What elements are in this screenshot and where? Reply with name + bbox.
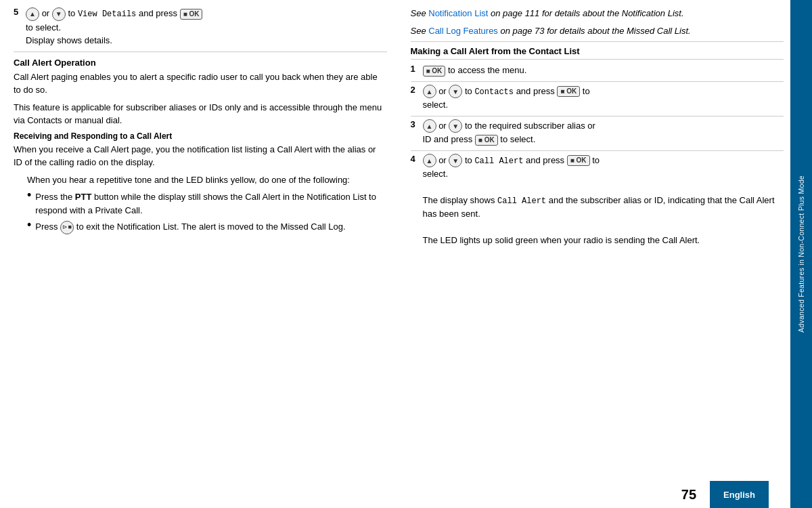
- left-column: 5 ▲ or ▼ to View Details and press ■ OK …: [14, 7, 394, 474]
- call-alert-sub-heading: When you hear a repetitive tone and the …: [27, 173, 387, 187]
- down-arrow-icon[interactable]: ▼: [52, 7, 66, 21]
- exit-button-icon[interactable]: ⊳■: [60, 221, 74, 234]
- see-text-1: See: [411, 8, 429, 18]
- receiving-heading: Receiving and Responding to a Call Alert: [14, 131, 387, 141]
- step-5-number: 5: [14, 7, 20, 17]
- step-5-row: 5 ▲ or ▼ to View Details and press ■ OK …: [14, 7, 387, 52]
- making-call-alert-heading: Making a Call Alert from the Contact Lis…: [411, 46, 784, 60]
- bullet-dot-2: •: [27, 219, 31, 231]
- step-5-or1: or: [42, 8, 52, 18]
- up-arrow-step4[interactable]: ▲: [423, 154, 436, 167]
- step3-id: ID and press: [423, 134, 475, 144]
- up-arrow-icon[interactable]: ▲: [26, 7, 39, 21]
- step-5-menu-item: View Details: [78, 9, 136, 19]
- sidebar-label: Advanced Features in Non-Connect Plus Mo…: [797, 175, 805, 333]
- step-5-display: Display shows details.: [26, 35, 112, 45]
- see-text-2: on page 111: [491, 8, 542, 18]
- step4-to: to: [465, 155, 474, 165]
- step2-select: select.: [423, 100, 449, 110]
- right-step-2-row: 2 ▲ or ▼ to Contacts and press ■ OK to s…: [411, 85, 784, 117]
- call-log-link[interactable]: Call Log Features: [428, 26, 498, 36]
- bullet-item-1: • Press the PTT button while the display…: [27, 190, 387, 217]
- bullet-text-1: Press the PTT button while the display s…: [35, 190, 386, 217]
- ptt-bold: PTT: [75, 192, 92, 202]
- step4-to-select: to: [592, 155, 600, 165]
- right-step-4-num: 4: [411, 154, 418, 164]
- step4-display-shows: The display shows: [423, 195, 498, 205]
- english-badge: English: [710, 481, 769, 508]
- call-alert-para3: When you receive a Call Alert page, you …: [14, 143, 387, 169]
- ok-btn-step2[interactable]: ■ OK: [557, 86, 580, 97]
- down-arrow-step2[interactable]: ▼: [449, 85, 462, 98]
- right-step-1-row: 1 ■ OK to access the menu.: [411, 64, 784, 82]
- step2-to-select: to: [583, 86, 590, 96]
- ok-btn-step4[interactable]: ■ OK: [567, 155, 590, 166]
- down-arrow-step4[interactable]: ▼: [449, 154, 462, 167]
- bullet-dot-1: •: [27, 189, 31, 201]
- sidebar-right: Advanced Features in Non-Connect Plus Mo…: [790, 0, 812, 508]
- right-step-2-content: ▲ or ▼ to Contacts and press ■ OK to sel…: [423, 85, 784, 112]
- step4-select: select.: [423, 169, 449, 179]
- step2-contacts: Contacts: [474, 87, 514, 97]
- up-arrow-step3[interactable]: ▲: [423, 119, 436, 133]
- footer: 75 English: [0, 481, 769, 508]
- bullet-item-2: • Press ⊳■ to exit the Notification List…: [27, 220, 387, 234]
- step-5-content: ▲ or ▼ to View Details and press ■ OK to…: [26, 7, 387, 47]
- step3-text1: to the required subscriber alias or: [465, 121, 595, 131]
- step-5-select: to select.: [26, 22, 61, 33]
- step3-or: or: [438, 121, 449, 131]
- call-alert-para2: This feature is applicable for subscribe…: [14, 101, 387, 127]
- step4-or: or: [438, 155, 449, 165]
- right-step-1-num: 1: [411, 64, 418, 74]
- step4-led: The LED lights up solid green when your …: [423, 235, 700, 245]
- right-step-4-content: ▲ or ▼ to Call Alert and press ■ OK to s…: [423, 154, 784, 247]
- content-wrapper: 5 ▲ or ▼ to View Details and press ■ OK …: [0, 0, 790, 508]
- notification-list-link[interactable]: Notification List: [428, 8, 488, 18]
- see-call-log: See Call Log Features on page 73 for det…: [411, 24, 784, 38]
- right-step-3-content: ▲ or ▼ to the required subscriber alias …: [423, 119, 784, 146]
- right-step-2-num: 2: [411, 85, 418, 95]
- step2-and-press: and press: [516, 86, 558, 96]
- right-step-4-row: 4 ▲ or ▼ to Call Alert and press ■ OK to…: [411, 154, 784, 251]
- ok-btn-step1[interactable]: ■ OK: [423, 66, 446, 77]
- call-alert-para1: Call Alert paging enables you to alert a…: [14, 70, 387, 97]
- step4-and-press: and press: [526, 155, 567, 165]
- ok-btn-step3[interactable]: ■ OK: [475, 135, 498, 146]
- step-5-and-press: and press: [139, 8, 180, 18]
- right-step-1-content: ■ OK to access the menu.: [423, 64, 784, 77]
- step2-to: to: [465, 86, 474, 96]
- step3-select: to select.: [500, 134, 535, 144]
- see-text-4: See: [411, 26, 429, 36]
- ok-button-step5[interactable]: ■ OK: [180, 9, 203, 20]
- see-notification-list: See Notification List on page 111 for de…: [411, 7, 784, 20]
- step2-or: or: [438, 86, 449, 96]
- step4-call-alert: Call Alert: [474, 156, 523, 166]
- divider-1: [411, 41, 784, 42]
- step4-call-alert-mono: Call Alert: [497, 196, 546, 206]
- right-step-3-row: 3 ▲ or ▼ to the required subscriber alia…: [411, 119, 784, 151]
- see-text-5: on page 73: [501, 26, 547, 36]
- call-alert-heading: Call Alert Operation: [14, 58, 387, 68]
- see-text-3: for details about the Notification List.: [542, 8, 684, 18]
- up-arrow-step2[interactable]: ▲: [423, 85, 436, 98]
- see-text-6: for details about the Missed Call List.: [547, 26, 690, 36]
- step1-text: to access the menu.: [448, 65, 526, 75]
- down-arrow-step3[interactable]: ▼: [449, 119, 462, 133]
- bullet-text-2: Press ⊳■ to exit the Notification List. …: [35, 220, 386, 234]
- right-step-3-num: 3: [411, 119, 418, 129]
- page-number: 75: [681, 487, 696, 503]
- step-5-to: to: [68, 8, 77, 18]
- right-column: See Notification List on page 111 for de…: [407, 7, 784, 474]
